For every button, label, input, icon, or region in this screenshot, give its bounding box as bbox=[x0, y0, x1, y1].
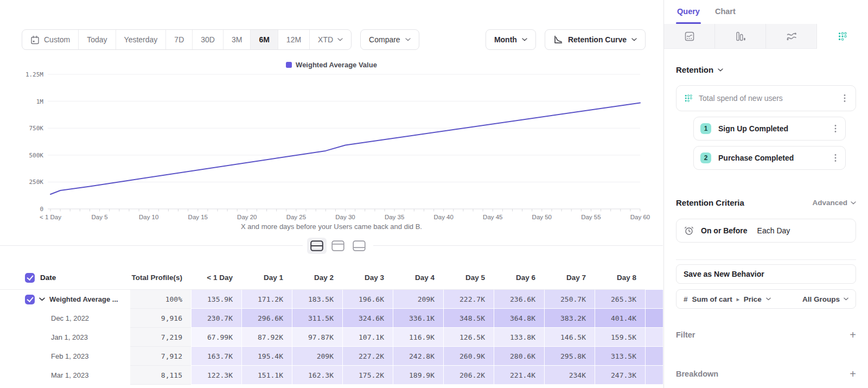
kebab-menu-icon[interactable] bbox=[832, 122, 839, 135]
svg-text:Day 35: Day 35 bbox=[385, 214, 404, 220]
compare-button[interactable]: Compare bbox=[360, 29, 419, 50]
range-xtd[interactable]: XTD bbox=[310, 30, 351, 49]
svg-text:Day 30: Day 30 bbox=[335, 214, 355, 220]
value-cell: 236.6K bbox=[494, 290, 544, 309]
tab-query[interactable]: Query bbox=[677, 7, 700, 24]
metric-selector[interactable]: # Sum of cart ▸ Price All Groups bbox=[676, 289, 856, 309]
value-cell: 162.3K bbox=[292, 366, 342, 385]
header-cell-day-5[interactable]: Day 5 bbox=[443, 266, 494, 290]
row-checkbox[interactable] bbox=[25, 295, 35, 304]
value-cell: 336.1K bbox=[393, 309, 443, 328]
advanced-dropdown[interactable]: Advanced bbox=[812, 199, 856, 207]
svg-text:1M: 1M bbox=[36, 98, 44, 105]
groups-dropdown[interactable]: All Groups bbox=[802, 295, 848, 303]
svg-text:Day 50: Day 50 bbox=[532, 214, 552, 220]
range-label: Custom bbox=[44, 35, 70, 44]
value-cell: 159.5K bbox=[595, 328, 645, 347]
value-cell: 135.9K bbox=[191, 290, 241, 309]
step-number-badge: 1 bbox=[700, 123, 711, 134]
value-cell: 97.87K bbox=[292, 328, 342, 347]
tab-flows[interactable] bbox=[766, 24, 817, 49]
tab-chart[interactable]: Chart bbox=[715, 7, 736, 24]
svg-text:Day 45: Day 45 bbox=[483, 214, 502, 220]
step-purchase-completed[interactable]: 2 Purchase Completed bbox=[693, 146, 846, 170]
table-view-toggle[interactable] bbox=[349, 238, 369, 254]
header-cell-day-4[interactable]: Day 4 bbox=[393, 266, 443, 290]
header-cell--1-day[interactable]: < 1 Day bbox=[191, 266, 241, 290]
save-as-new-behavior-button[interactable]: Save as New Behavior bbox=[676, 264, 856, 284]
chevron-down-icon bbox=[718, 68, 723, 72]
step-sign-up-completed[interactable]: 1 Sign Up Completed bbox=[693, 117, 846, 141]
add-filter-button[interactable]: + bbox=[850, 329, 856, 340]
svg-text:500K: 500K bbox=[29, 152, 44, 159]
chart-view-icon bbox=[331, 240, 344, 251]
value-cell: 126.5K bbox=[443, 328, 494, 347]
value-cell: 383.2K bbox=[544, 309, 595, 328]
header-cell-day-7[interactable]: Day 7 bbox=[544, 266, 595, 290]
granularity-button[interactable]: Month bbox=[486, 29, 536, 50]
value-cell: 250.7K bbox=[544, 290, 595, 309]
kebab-menu-icon[interactable] bbox=[841, 92, 848, 105]
header-cell-day-2[interactable]: Day 2 bbox=[292, 266, 342, 290]
add-breakdown-button[interactable]: + bbox=[850, 368, 856, 379]
behavior-name: Total spend of new users bbox=[699, 94, 783, 103]
value-cell: 163.7K bbox=[191, 347, 241, 366]
value-cell: 260.9K bbox=[443, 347, 494, 366]
value-cell: 364.8K bbox=[494, 309, 544, 328]
header-cell-day-8[interactable]: Day 8 bbox=[595, 266, 645, 290]
range-7d[interactable]: 7D bbox=[166, 30, 193, 49]
tab-insights[interactable] bbox=[664, 24, 715, 49]
range-12m[interactable]: 12M bbox=[278, 30, 310, 49]
value-cell: 116.9K bbox=[393, 328, 443, 347]
chart-view-toggle[interactable] bbox=[328, 238, 348, 254]
range-yesterday[interactable]: Yesterday bbox=[116, 30, 167, 49]
row-label: Jan 1, 2023 bbox=[51, 333, 88, 341]
range-custom[interactable]: Custom bbox=[22, 30, 79, 49]
breadcrumb-arrow-icon: ▸ bbox=[737, 296, 739, 302]
retention-icon bbox=[838, 31, 847, 41]
total-profiles-cell: 8,115 bbox=[130, 366, 191, 385]
chart-type-button[interactable]: Retention Curve bbox=[545, 29, 646, 50]
report-section-dropdown[interactable]: Retention bbox=[676, 65, 856, 74]
range-30d[interactable]: 30D bbox=[193, 30, 224, 49]
kebab-menu-icon[interactable] bbox=[832, 151, 839, 164]
row-label-cell[interactable]: Dec 1, 2022 bbox=[0, 309, 130, 328]
header-cell-day-3[interactable]: Day 3 bbox=[342, 266, 393, 290]
retention-curve-icon bbox=[553, 35, 563, 44]
report-type-tabs bbox=[664, 24, 868, 49]
value-cell: 222.7K bbox=[443, 290, 494, 309]
value-cell: 234K bbox=[544, 366, 595, 385]
funnels-icon bbox=[735, 31, 746, 42]
split-view-toggle[interactable] bbox=[307, 238, 327, 254]
value-cell: 295.8K bbox=[544, 347, 595, 366]
header-cell-total-profile-s-[interactable]: Total Profile(s) bbox=[130, 266, 191, 290]
range-6m[interactable]: 6M bbox=[251, 30, 278, 49]
row-label-cell[interactable]: Jan 1, 2023 bbox=[0, 328, 130, 347]
header-cell-day-1[interactable]: Day 1 bbox=[241, 266, 292, 290]
tab-funnels[interactable] bbox=[715, 24, 766, 49]
value-cell: 209K bbox=[393, 290, 443, 309]
row-label-cell[interactable]: Mar 1, 2023 bbox=[0, 366, 130, 385]
value-cell: 151.1K bbox=[241, 366, 292, 385]
value-cell: 324.6K bbox=[342, 309, 393, 328]
value-cell: 296.6K bbox=[241, 309, 292, 328]
retention-chart: 0250K500K750K1M1.25M< 1 DayDay 5Day 10Da… bbox=[0, 68, 663, 222]
header-cell-day-6[interactable]: Day 6 bbox=[494, 266, 544, 290]
compare-label: Compare bbox=[369, 35, 400, 44]
expand-chevron-icon[interactable] bbox=[39, 297, 45, 301]
date-range-selector: CustomTodayYesterday7D30D3M6M12MXTD bbox=[22, 29, 352, 50]
chevron-down-icon bbox=[766, 297, 771, 301]
behavior-card[interactable]: Total spend of new users bbox=[676, 85, 856, 111]
row-label-cell[interactable]: Weighted Average ... bbox=[0, 290, 130, 309]
select-all-checkbox[interactable] bbox=[25, 273, 35, 283]
row-label-cell[interactable]: Feb 1, 2023 bbox=[0, 347, 130, 366]
range-3m[interactable]: 3M bbox=[224, 30, 251, 49]
range-today[interactable]: Today bbox=[79, 30, 116, 49]
tab-retention[interactable] bbox=[817, 24, 868, 49]
query-panel: Query Chart Retention Total spend of new… bbox=[663, 0, 868, 388]
column-label: Total Profile(s) bbox=[131, 273, 182, 282]
header-cell-date[interactable]: Date bbox=[0, 266, 130, 290]
criteria-card[interactable]: On or Before Each Day bbox=[676, 219, 856, 243]
retention-criteria-header: Retention Criteria Advanced bbox=[676, 198, 856, 207]
layout-toggle-group bbox=[303, 237, 373, 255]
